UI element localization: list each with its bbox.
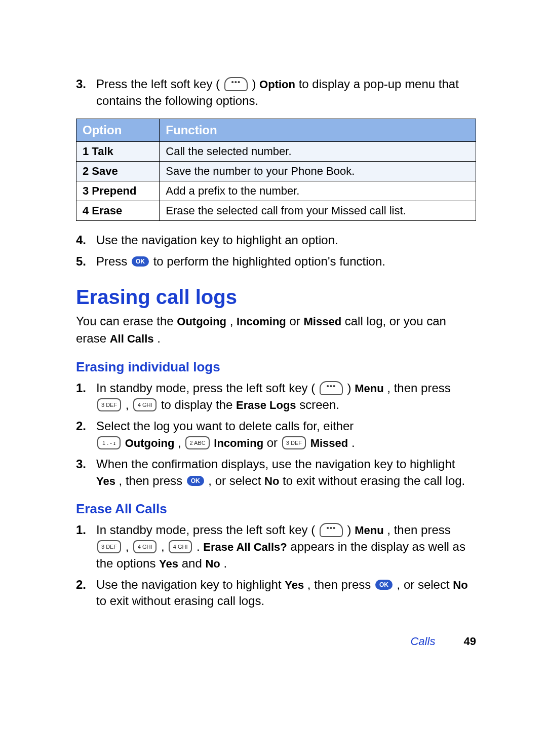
table-header-function: Function (160, 119, 476, 141)
subheading: Erase All Calls (76, 501, 476, 517)
table-row: 3 Prepend Add a prefix to the number. (76, 181, 476, 201)
step-text: Use the navigation key to highlight an o… (96, 232, 338, 248)
step-number: 1. (76, 380, 87, 413)
step-text: Press OK to perform the highlighted opti… (96, 253, 385, 270)
manual-page: 3. Press the left soft key ( ) Option to… (0, 0, 547, 678)
ok-icon: OK (132, 256, 149, 267)
step-number: 2. (76, 418, 87, 451)
step-text: When the confirmation displays, use the … (96, 456, 476, 489)
key3-icon: 3 DEF (97, 540, 121, 553)
step-text: Select the log you want to delete calls … (96, 418, 355, 451)
table-row: 2 Save Save the number to your Phone Boo… (76, 161, 476, 181)
key3-icon: 3 DEF (97, 398, 121, 411)
list-item: 1. In standby mode, press the left soft … (76, 522, 476, 572)
key4-icon: 4 GHI (133, 398, 157, 411)
table-header-option: Option (76, 119, 160, 141)
list-item: 3. Press the left soft key ( ) Option to… (76, 76, 476, 109)
list-item: 5. Press OK to perform the highlighted o… (76, 253, 476, 270)
step-number: 4. (76, 232, 87, 248)
page-footer: Calls 49 (76, 635, 476, 648)
list-item: 2. Use the navigation key to highlight Y… (76, 577, 476, 610)
table-row: 1 Talk Call the selected number. (76, 141, 476, 161)
table-row: 4 Erase Erase the selected call from you… (76, 201, 476, 220)
intro-paragraph: You can erase the Outgoing , Incoming or… (76, 313, 476, 347)
list-item: 4. Use the navigation key to highlight a… (76, 232, 476, 248)
softkey-icon (320, 381, 343, 395)
key2-icon: 2 ABC (185, 436, 209, 449)
step-text: In standby mode, press the left soft key… (96, 522, 476, 572)
options-table: Option Function 1 Talk Call the selected… (76, 119, 476, 221)
section-heading: Erasing call logs (76, 286, 476, 309)
softkey-icon (320, 523, 343, 537)
key4-icon: 4 GHI (169, 540, 192, 553)
ok-icon: OK (187, 476, 204, 486)
step-number: 5. (76, 253, 87, 270)
key4-icon: 4 GHI (133, 540, 157, 553)
step-text: Use the navigation key to highlight Yes … (96, 577, 476, 610)
step-text: In standby mode, press the left soft key… (96, 380, 476, 413)
ok-icon: OK (375, 580, 393, 590)
step-text: Press the left soft key ( ) Option to di… (96, 76, 476, 109)
key1-icon: 1 . - ɪ (97, 436, 121, 449)
step-number: 3. (76, 76, 87, 109)
list-item: 3. When the confirmation displays, use t… (76, 456, 476, 489)
list-item: 2. Select the log you want to delete cal… (76, 418, 476, 451)
step-number: 1. (76, 522, 87, 572)
chapter-name: Calls (410, 635, 435, 648)
key3-icon: 3 DEF (282, 436, 306, 449)
softkey-icon (224, 77, 248, 91)
subheading: Erasing individual logs (76, 359, 476, 375)
step-number: 3. (76, 456, 87, 489)
page-number: 49 (464, 635, 476, 648)
step-number: 2. (76, 577, 87, 610)
list-item: 1. In standby mode, press the left soft … (76, 380, 476, 413)
